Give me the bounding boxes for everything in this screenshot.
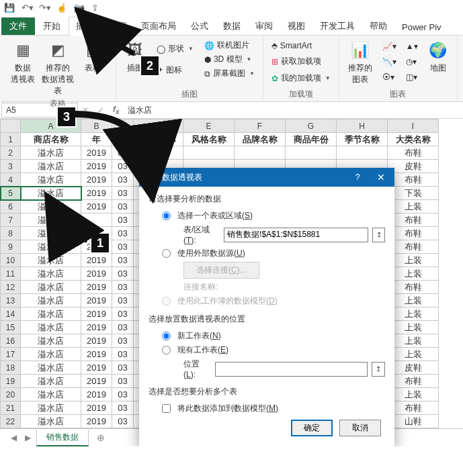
col-header-I[interactable]: I: [388, 120, 439, 133]
table-button[interactable]: ▤ 表格: [75, 38, 110, 97]
cell-A2[interactable]: 溢水店: [21, 146, 81, 160]
radio-existing-sheet[interactable]: [162, 346, 171, 354]
cell-I10[interactable]: 上装: [388, 254, 439, 267]
cell-B2[interactable]: 2019: [81, 146, 112, 160]
cell-A21[interactable]: 溢水店: [21, 401, 81, 415]
cell-C2[interactable]: 03: [112, 146, 134, 160]
row-header-22[interactable]: 22: [1, 415, 21, 428]
cell-H2[interactable]: [337, 146, 388, 160]
cell-G2[interactable]: [286, 146, 337, 160]
tab-review[interactable]: 审阅: [249, 17, 280, 35]
tab-data[interactable]: 数据: [216, 17, 247, 35]
row-header-11[interactable]: 11: [1, 267, 21, 281]
formula-value[interactable]: 溢水店: [124, 105, 463, 116]
cell-C22[interactable]: 03: [112, 415, 134, 428]
row-header-18[interactable]: 18: [1, 361, 21, 375]
cell-B13[interactable]: 2019: [81, 294, 112, 307]
cell-C18[interactable]: 03: [112, 361, 134, 375]
row-header-14[interactable]: 14: [1, 307, 21, 321]
col-header-E[interactable]: E: [183, 120, 235, 133]
cell-B17[interactable]: 2019: [81, 348, 112, 361]
cell-A17[interactable]: 溢水店: [21, 348, 81, 361]
cell-I12[interactable]: 布鞋: [388, 281, 439, 294]
range-input[interactable]: [224, 228, 368, 242]
map-chart-button[interactable]: 🌍 地图: [425, 38, 452, 85]
row-header-20[interactable]: 20: [1, 388, 21, 401]
cell-A10[interactable]: 溢水店: [21, 254, 81, 267]
tab-powerpivot[interactable]: Power Piv: [395, 19, 448, 35]
cancel-button[interactable]: 取消: [339, 420, 381, 436]
checkbox-add-datamodel[interactable]: [162, 404, 171, 413]
cell-I6[interactable]: 上装: [388, 200, 439, 213]
radio-external-source[interactable]: [162, 249, 171, 258]
cell-D2[interactable]: [134, 146, 183, 160]
get-addins-button[interactable]: ⊞获取加载项: [269, 54, 333, 68]
col-header-C[interactable]: C: [112, 120, 134, 133]
header-cell[interactable]: 风格名称: [183, 133, 235, 146]
touch-icon[interactable]: ☝: [56, 3, 67, 13]
cell-B16[interactable]: 2019: [81, 334, 112, 348]
row-header-17[interactable]: 17: [1, 348, 21, 361]
cell-B22[interactable]: 2019: [81, 415, 112, 428]
tab-formulas[interactable]: 公式: [184, 17, 215, 35]
tab-view[interactable]: 视图: [281, 17, 312, 35]
cell-C9[interactable]: 03: [112, 240, 134, 254]
header-cell[interactable]: 年: [81, 133, 112, 146]
cell-C3[interactable]: 03: [112, 160, 134, 173]
tab-file[interactable]: 文件: [1, 17, 35, 35]
cell-E2[interactable]: [183, 146, 235, 160]
col-header-G[interactable]: G: [286, 120, 337, 133]
location-collapse-button[interactable]: ↥: [372, 362, 385, 377]
cell-B21[interactable]: 2019: [81, 401, 112, 415]
col-header-D[interactable]: D: [134, 120, 183, 133]
cell-I2[interactable]: 布鞋: [388, 146, 439, 160]
col-header-B[interactable]: B: [81, 120, 112, 133]
location-input[interactable]: [215, 362, 368, 377]
cell-C17[interactable]: 03: [112, 348, 134, 361]
select-all-corner[interactable]: [1, 120, 21, 133]
row-header-3[interactable]: 3: [1, 160, 21, 173]
cell-A4[interactable]: 溢水店: [21, 173, 81, 187]
pivottable-button[interactable]: ▦ 数据 透视表: [5, 38, 40, 97]
cell-A8[interactable]: 溢水店: [21, 227, 81, 240]
cell-B19[interactable]: 2019: [81, 375, 112, 388]
undo-icon[interactable]: ↶▾: [22, 3, 32, 13]
cell-I21[interactable]: 布鞋: [388, 401, 439, 415]
chart-type-6[interactable]: ◫▾: [403, 71, 421, 83]
cell-I8[interactable]: 布鞋: [388, 227, 439, 240]
cell-F2[interactable]: [235, 146, 286, 160]
redo-icon[interactable]: ↷▾: [39, 3, 50, 13]
tab-insert[interactable]: 插入: [69, 17, 101, 36]
row-header-5[interactable]: 5: [1, 187, 21, 200]
camera-icon[interactable]: 📷: [74, 3, 85, 13]
cell-C6[interactable]: 03: [112, 200, 134, 213]
header-cell[interactable]: 商店名称: [21, 133, 81, 146]
row-header-12[interactable]: 12: [1, 281, 21, 294]
cell-B18[interactable]: 2019: [81, 361, 112, 375]
row-header-9[interactable]: 9: [1, 240, 21, 254]
cell-A18[interactable]: 溢水店: [21, 361, 81, 375]
row-header-4[interactable]: 4: [1, 173, 21, 187]
cell-C4[interactable]: 03: [112, 173, 134, 187]
tab-draw[interactable]: 绘图: [102, 17, 133, 35]
row-header-13[interactable]: 13: [1, 294, 21, 307]
cell-B15[interactable]: 2019: [81, 321, 112, 334]
header-cell[interactable]: 大类名称: [388, 133, 439, 146]
cell-C12[interactable]: 03: [112, 281, 134, 294]
header-cell[interactable]: 品牌名称: [235, 133, 286, 146]
cell-I15[interactable]: 上装: [388, 321, 439, 334]
shapes-button[interactable]: ◯形状▼: [154, 42, 196, 56]
radio-select-table[interactable]: [162, 211, 171, 220]
sheet-tab-active[interactable]: 销售数据: [36, 430, 89, 446]
range-collapse-button[interactable]: ↥: [372, 228, 385, 242]
cell-C10[interactable]: 03: [112, 254, 134, 267]
cell-I4[interactable]: 布鞋: [388, 173, 439, 187]
cell-A9[interactable]: 溢水店: [21, 240, 81, 254]
chart-type-4[interactable]: ▲▾: [403, 40, 421, 52]
row-header-8[interactable]: 8: [1, 227, 21, 240]
cell-A7[interactable]: 溢水店: [21, 213, 81, 227]
row-header-1[interactable]: 1: [1, 133, 21, 146]
row-header-6[interactable]: 6: [1, 200, 21, 213]
cell-C15[interactable]: 03: [112, 321, 134, 334]
dialog-title-bar[interactable]: 创建数据透视表 ? ✕: [139, 168, 394, 187]
